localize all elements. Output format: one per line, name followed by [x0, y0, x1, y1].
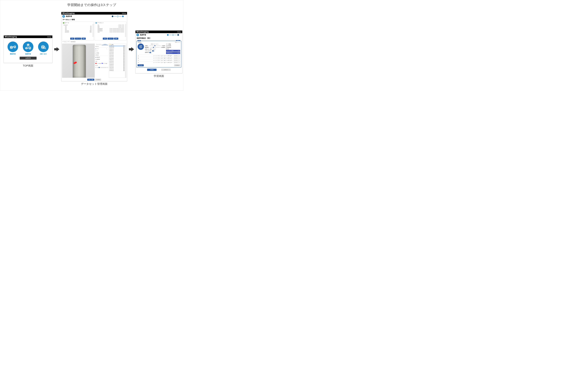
film-row[interactable]: A(569).png: [109, 59, 125, 60]
tree-row[interactable]: parse18421068: [63, 32, 92, 33]
easy-learn-icon: [7, 41, 18, 52]
film-row[interactable]: A(375).png: [109, 51, 125, 53]
film-row[interactable]: A(576).png: [109, 54, 125, 56]
heatmap-radio[interactable]: 均一: [170, 58, 173, 59]
film-list[interactable]: A(1090).pngA(1310).pngA(280).pngA(380).p…: [109, 45, 125, 78]
raw-delete-button[interactable]: 削除: [82, 38, 86, 40]
ds-add-button[interactable]: 追加: [103, 38, 107, 40]
heatmap-radio[interactable]: オフ: [161, 62, 164, 63]
cut-add[interactable]: 簡易追加: [95, 57, 108, 58]
heatmap-radio[interactable]: ラベル使用: [164, 62, 169, 63]
raw-tree[interactable]: > ■ productsOK1185OK2185NG1186NG2185pars…: [62, 24, 92, 37]
aug-trim[interactable]: trim: [166, 48, 180, 49]
prev-step-button[interactable]: 前作一手順: [87, 79, 94, 81]
tree-row[interactable]: bolt2 Classes: OK NG: [96, 24, 124, 26]
settings-link[interactable]: Settings: [122, 13, 126, 14]
tree-row[interactable]: parse18511068: [63, 30, 92, 32]
tree-row[interactable]: NewDataset13 Classes: NewClass0 NewClass…: [96, 29, 124, 30]
cut-del[interactable]: 精密削除: [95, 59, 108, 60]
nas-tag: NAS: [138, 40, 141, 41]
tree-row[interactable]: NG2185: [63, 29, 92, 30]
raw-add-button[interactable]: 追加: [70, 38, 74, 40]
film-row[interactable]: A(344).png: [109, 65, 125, 67]
film-row[interactable]: A(347).png: [109, 67, 125, 68]
tree-row[interactable]: NG1186: [63, 28, 92, 29]
network-detail-button[interactable]: ネットワーク詳細NAS: [166, 50, 180, 52]
raw-group-button[interactable]: グループ: [75, 38, 81, 40]
heatmap-radio[interactable]: ラベル使用: [164, 60, 169, 61]
film-row[interactable]: A(1310).png: [109, 47, 125, 48]
tree-row[interactable]: NewDataset23 Classes: NewClass0 NewClass…: [96, 30, 124, 32]
film-row[interactable]: A(579).png: [109, 60, 125, 62]
heatmap-radio[interactable]: 均一: [170, 55, 173, 57]
tree-row[interactable]: > ■ products: [63, 24, 92, 26]
tree-row[interactable]: bolt22 Classes: OK NG: [96, 26, 124, 27]
disp-brush[interactable]: ブラシ1 ......: [95, 48, 108, 49]
size-slider[interactable]: 小 大: [95, 67, 108, 68]
dataset-window: WiseImaging Settings 高度学習 データセット管理 生データ …: [61, 12, 127, 81]
image-viewer[interactable]: [62, 44, 95, 78]
tree-row[interactable]: OK1185: [63, 26, 92, 27]
film-row[interactable]: A(340).png: [109, 64, 125, 65]
aug-vflip[interactable]: 垂直反転: [166, 47, 180, 48]
scrollbar[interactable]: [125, 24, 126, 37]
film-row[interactable]: A(346).png: [109, 68, 125, 70]
heatmap-radio[interactable]: オフ: [161, 58, 164, 59]
raw-data-panel: 生データ > ■ productsOK1185OK2185NG1186NG218…: [62, 22, 94, 40]
aug-hflip[interactable]: 水平反転: [166, 45, 180, 46]
weight-input[interactable]: 分類の重み 1▲▼: [174, 57, 180, 59]
epoch-input[interactable]: 40: [152, 48, 156, 50]
film-row[interactable]: A(280).png: [109, 48, 125, 50]
heatmap-radio[interactable]: オフ: [161, 60, 164, 61]
result-manage-button[interactable]: 結果管理: [20, 57, 37, 60]
disp-pen[interactable]: ペン: [95, 50, 108, 52]
weight-input[interactable]: 分類の重み 1▲▼: [174, 62, 180, 63]
tree-row[interactable]: OK2185: [63, 27, 92, 28]
top-adv-learn[interactable]: 高度学習: [23, 41, 33, 55]
tree-row[interactable]: bolt32 Classes: OK NG: [96, 27, 124, 28]
scrollbar[interactable]: [92, 24, 94, 37]
dataset-tree[interactable]: bolt2 Classes: OK NGbolt22 Classes: OK N…: [95, 24, 125, 37]
heatmap-radio[interactable]: ラベル使用: [164, 58, 169, 59]
weight-input[interactable]: 分類の重み 1▲▼: [174, 55, 180, 57]
film-row[interactable]: A(576).png: [109, 62, 125, 64]
film-row[interactable]: A(1090).png: [109, 45, 125, 47]
heatmap-radio[interactable]: 均一: [170, 60, 173, 61]
tree-row[interactable]: many3 Classes: NewClass0 NewClass1 NewCl…: [96, 32, 124, 33]
top-easy-learn[interactable]: 簡単学習: [7, 41, 18, 55]
weight-input[interactable]: 分類の重み 1▲▼: [174, 60, 180, 61]
film-row[interactable]: A(380).png: [109, 50, 125, 51]
film-row[interactable]: A(371).png: [109, 53, 125, 54]
slider-generality[interactable]: 汎用性− +安定性: [145, 45, 165, 46]
legend-guide: ガイド領域: [102, 63, 107, 64]
svg-point-6: [28, 45, 28, 45]
film-row[interactable]: A(570).png: [109, 58, 125, 59]
heatmap-radio[interactable]: オフ: [161, 55, 164, 57]
disp-free[interactable]: 自由線: [95, 52, 108, 54]
load-button[interactable]: 読き込み: [138, 64, 144, 66]
start-learn-grey: 学習開始: [174, 64, 180, 66]
balance-toggle[interactable]: [152, 50, 154, 52]
nas-settings-link[interactable]: settings: [176, 40, 180, 41]
film-row[interactable]: A(571).png: [109, 56, 125, 58]
heatmap-radio[interactable]: 均一: [170, 62, 173, 63]
subheader: 高度学習: [61, 15, 127, 18]
ds-delete-button[interactable]: 削除: [114, 38, 118, 40]
trained-model-button[interactable]: 学習済みモデルNone: [166, 52, 180, 54]
top-analysis[interactable]: 分析 / 出力: [38, 41, 49, 55]
ds-group-button[interactable]: グループ: [107, 38, 114, 40]
panel-title: データセット: [97, 22, 104, 24]
heatmap-radio[interactable]: ラベル使用: [164, 55, 169, 57]
scrollbar[interactable]: [125, 45, 126, 78]
label: 高度学習: [25, 53, 31, 55]
film-row[interactable]: A(348).png: [109, 70, 125, 71]
slider-accuracy[interactable]: 精度重視− +効率重視: [145, 47, 165, 48]
settings-link[interactable]: Settings: [177, 31, 181, 33]
legend-label: ラベル領域: [95, 63, 101, 64]
tab-labeling[interactable]: Labeling: [102, 44, 108, 45]
settings-link[interactable]: Settings: [47, 36, 51, 38]
start-learn-button[interactable]: 学習開始: [147, 69, 157, 71]
tree-row[interactable]: NewDataset03 Classes: NewClass0 NewClass…: [96, 28, 124, 29]
auto-toggle[interactable]: [149, 52, 152, 53]
tab-preprocessing[interactable]: Preprocessing: [95, 44, 102, 45]
